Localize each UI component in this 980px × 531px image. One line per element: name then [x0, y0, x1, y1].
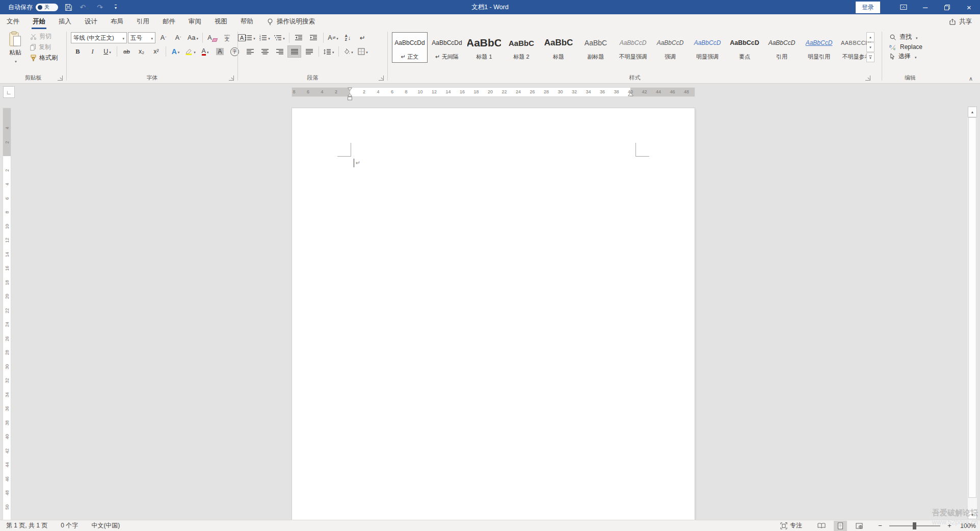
word-count[interactable]: 0 个字: [61, 521, 78, 530]
text-effects-button[interactable]: A: [169, 45, 182, 58]
styles-dialog-launcher[interactable]: [865, 75, 870, 81]
vertical-ruler[interactable]: 4224681012141618202224262830323436384042…: [3, 108, 11, 520]
bold-button[interactable]: B: [71, 45, 85, 58]
phonetic-guide-button[interactable]: wén文: [220, 32, 234, 44]
bullets-button[interactable]: [243, 32, 257, 44]
right-indent-marker[interactable]: [627, 92, 634, 96]
tab-file[interactable]: 文件: [0, 14, 26, 29]
change-case-button[interactable]: Aa: [186, 32, 200, 44]
style-gallery-up-button[interactable]: ▲: [866, 32, 875, 42]
style-card-normal[interactable]: AaBbCcDd↵ 正文: [392, 32, 428, 63]
italic-button[interactable]: I: [86, 45, 99, 58]
font-name-combo[interactable]: 等线 (中文正文): [71, 32, 127, 43]
zoom-slider-handle[interactable]: [913, 522, 916, 529]
multilevel-list-button[interactable]: [273, 32, 286, 44]
web-layout-button[interactable]: [853, 521, 866, 531]
line-spacing-button[interactable]: [322, 45, 336, 58]
tab-stop-selector[interactable]: ∟: [3, 86, 15, 98]
grow-font-button[interactable]: Aˆ: [156, 32, 170, 44]
style-card-emphasis[interactable]: AaBbCcD强调: [652, 32, 688, 63]
tab-design[interactable]: 设计: [78, 14, 104, 29]
ribbon-display-options-button[interactable]: [892, 0, 914, 14]
zoom-slider[interactable]: [889, 525, 940, 526]
asian-layout-button[interactable]: A⇄: [326, 32, 340, 44]
horizontal-ruler[interactable]: 8642246810121416182022242628303234363840…: [292, 88, 695, 96]
tab-mailings[interactable]: 邮件: [156, 14, 182, 29]
zoom-level[interactable]: 100%: [959, 522, 976, 529]
customize-quick-access-toolbar-button[interactable]: ▾: [110, 2, 121, 13]
style-card-subtitle[interactable]: AaBbC副标题: [578, 32, 614, 63]
restore-button[interactable]: [936, 0, 958, 14]
zoom-in-button[interactable]: +: [946, 522, 953, 529]
shrink-font-button[interactable]: Aˇ: [171, 32, 185, 44]
close-button[interactable]: ×: [958, 0, 980, 14]
paste-button[interactable]: 粘贴: [4, 31, 27, 69]
cut-button[interactable]: 剪切: [29, 31, 59, 42]
page-indicator[interactable]: 第 1 页, 共 1 页: [6, 521, 47, 530]
tab-layout[interactable]: 布局: [104, 14, 130, 29]
style-card-quote[interactable]: AaBbCcD引用: [764, 32, 800, 63]
style-card-intense-emphasis[interactable]: AaBbCcD明显强调: [690, 32, 725, 63]
language-indicator[interactable]: 中文(中国): [91, 521, 120, 530]
format-painter-button[interactable]: 格式刷: [29, 53, 59, 63]
tell-me-search[interactable]: 操作说明搜索: [267, 14, 315, 29]
subscript-button[interactable]: x₂: [135, 45, 148, 58]
focus-mode-button[interactable]: 专注: [780, 521, 802, 530]
tab-insert[interactable]: 插入: [52, 14, 78, 29]
zoom-out-button[interactable]: −: [877, 522, 884, 529]
character-shading-button[interactable]: A: [213, 45, 227, 58]
style-card-title[interactable]: AaBbC标题: [541, 32, 576, 63]
collapse-ribbon-button[interactable]: ∧: [969, 75, 973, 82]
style-gallery-down-button[interactable]: ▼: [866, 42, 875, 52]
superscript-button[interactable]: x²: [149, 45, 163, 58]
clear-formatting-button[interactable]: A: [205, 32, 219, 44]
style-card-heading-1[interactable]: AaBbC标题 1: [466, 32, 502, 63]
clipboard-dialog-launcher[interactable]: [58, 75, 63, 81]
vertical-scrollbar[interactable]: ▲ ▼: [967, 107, 977, 520]
select-button[interactable]: 选择: [889, 52, 917, 61]
sign-in-button[interactable]: 登录: [856, 2, 880, 13]
text-highlight-button[interactable]: [183, 45, 197, 58]
style-card-strong[interactable]: AaBbCcD要点: [727, 32, 762, 63]
tab-review[interactable]: 审阅: [182, 14, 208, 29]
copy-button[interactable]: 复制: [29, 42, 59, 53]
sort-button[interactable]: AZ↓: [341, 32, 355, 44]
distribute-button[interactable]: [302, 45, 316, 58]
tab-help[interactable]: 帮助: [234, 14, 260, 29]
borders-button[interactable]: [356, 45, 370, 58]
share-button[interactable]: 共享: [949, 14, 972, 29]
show-hide-marks-button[interactable]: ↵: [356, 32, 369, 44]
font-size-combo[interactable]: 五号: [128, 32, 155, 43]
tab-references[interactable]: 引用: [130, 14, 156, 29]
scrollbar-down-button[interactable]: ▼: [968, 510, 977, 519]
save-button[interactable]: [63, 2, 74, 13]
align-right-button[interactable]: [273, 45, 286, 58]
strikethrough-button[interactable]: ab: [120, 45, 134, 58]
numbering-button[interactable]: 123: [258, 32, 272, 44]
minimize-button[interactable]: ─: [914, 0, 936, 14]
tab-home[interactable]: 开始: [26, 14, 52, 29]
replace-button[interactable]: bc Replace: [889, 42, 922, 52]
style-gallery-more-button[interactable]: ▼: [866, 53, 875, 62]
tab-view[interactable]: 视图: [208, 14, 234, 29]
align-left-button[interactable]: [243, 45, 257, 58]
font-dialog-launcher[interactable]: [229, 75, 234, 81]
print-layout-button[interactable]: [834, 521, 847, 531]
justify-button[interactable]: [287, 45, 301, 58]
style-card-heading-2[interactable]: AaBbC标题 2: [504, 32, 539, 63]
style-card-intense-quote[interactable]: AaBbCcD明显引用: [801, 32, 837, 63]
decrease-indent-button[interactable]: [292, 32, 306, 44]
read-mode-button[interactable]: [815, 521, 828, 531]
autosave-toggle[interactable]: 关: [36, 4, 58, 11]
align-center-button[interactable]: [258, 45, 272, 58]
left-indent-markers[interactable]: [347, 87, 353, 102]
document-page[interactable]: ↵: [292, 108, 695, 520]
autosave-control[interactable]: 自动保存 关: [8, 3, 58, 12]
find-button[interactable]: 查找: [889, 32, 918, 42]
paragraph-dialog-launcher[interactable]: [379, 75, 384, 81]
increase-indent-button[interactable]: [307, 32, 321, 44]
font-color-button[interactable]: A: [198, 45, 212, 58]
undo-button[interactable]: ↶: [78, 2, 90, 13]
shading-button[interactable]: [341, 45, 355, 58]
scrollbar-up-button[interactable]: ▲: [968, 107, 977, 117]
